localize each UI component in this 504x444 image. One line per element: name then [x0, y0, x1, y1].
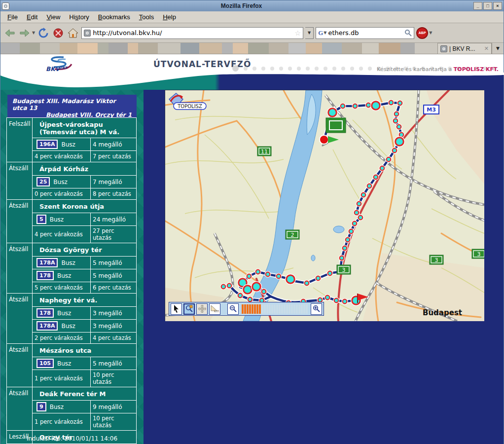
bus-line-badge: 5: [36, 215, 46, 224]
map-pan-tool[interactable]: [196, 303, 208, 315]
menu-bookmarks[interactable]: Bookmarks: [94, 12, 134, 22]
credit-brand: TOPOLISZ KFT.: [454, 66, 499, 73]
stop-button[interactable]: [52, 27, 65, 39]
bus-type: Busz: [61, 141, 75, 148]
leg-bus: 5Busz: [33, 213, 91, 225]
road-badge: 3: [472, 249, 484, 259]
leg-action: Átszáll: [7, 162, 33, 199]
site-favicon: [84, 30, 91, 37]
road-badge: 3: [430, 255, 443, 264]
reload-button[interactable]: [37, 27, 50, 39]
tab-label: | BKV R...: [449, 45, 482, 52]
adblock-dropdown[interactable]: ▼: [429, 31, 432, 35]
svg-text:2: 2: [291, 232, 294, 238]
leg-travel-time: 27 perc utazás: [91, 225, 137, 243]
navigation-toolbar: ▼ ☆ ▼ G ▼ ABP ▼: [0, 23, 504, 43]
map-zoom-out-button[interactable]: [227, 303, 239, 315]
leg-action: Átszáll: [7, 243, 33, 293]
bus-line-badge: 196A: [36, 140, 58, 149]
search-magnifier-icon[interactable]: [404, 29, 412, 37]
bus-line-badge: 25: [36, 177, 50, 186]
search-engine-icon[interactable]: G: [318, 29, 323, 37]
leg-bus: 25Busz: [33, 175, 91, 188]
bookmark-star-icon[interactable]: ☆: [295, 29, 301, 37]
menu-history[interactable]: History: [65, 12, 93, 22]
leg-stop-count: 9 megálló: [91, 400, 137, 413]
minimize-button[interactable]: _: [473, 2, 482, 10]
search-input[interactable]: [328, 29, 403, 37]
itinerary-leg: ÁtszállDózsa György tér178ABusz5 megálló…: [7, 243, 136, 293]
menu-view[interactable]: View: [42, 12, 64, 22]
bus-line-badge: 178A: [36, 258, 58, 267]
leg-bus: 178Busz: [33, 306, 91, 319]
svg-text:3: 3: [477, 251, 481, 258]
leg-travel-time: 8 perc utazás: [91, 188, 137, 199]
map-zoombox-tool[interactable]: [183, 303, 195, 315]
menu-bar: FileEditViewHistoryBookmarksToolsHelp: [0, 11, 504, 23]
search-engine-dropdown[interactable]: ▼: [324, 31, 326, 35]
bus-type: Busz: [57, 310, 71, 317]
bus-type: Busz: [50, 404, 64, 410]
bus-type: Busz: [50, 216, 64, 223]
leg-stop-count: 24 megálló: [91, 213, 137, 225]
map-canvas[interactable]: 112333 M3 Budapest TOPOLISZ: [165, 90, 484, 321]
search-bar[interactable]: G ▼: [316, 27, 414, 39]
leg-stop-count: 4 megálló: [91, 138, 137, 150]
map-measure-tool[interactable]: km: [209, 303, 220, 315]
leg-action: Átszáll: [7, 387, 33, 430]
leg-stop-count: 3 megálló: [91, 306, 137, 319]
svg-text:3: 3: [342, 267, 346, 273]
itinerary-leg: ÁtszállÁrpád Kórház25Busz7 megálló0 perc…: [7, 162, 136, 199]
forward-history-dropdown[interactable]: ▼: [32, 31, 35, 35]
leg-travel-time: 7 perc utazás: [91, 150, 137, 162]
pond: [311, 255, 315, 261]
city-label: Budapest: [423, 308, 462, 317]
home-button[interactable]: [67, 27, 79, 39]
menu-edit[interactable]: Edit: [23, 12, 41, 22]
bus-line-badge: 178: [36, 308, 54, 318]
url-bar[interactable]: ☆: [81, 27, 303, 39]
tab-bkv[interactable]: | BKV R... ✕: [437, 43, 492, 54]
leg-wait-time: 1 perc várakozás: [33, 370, 91, 387]
leg-wait-time: 4 perc várakozás: [33, 225, 91, 243]
leg-action: Átszáll: [7, 294, 33, 343]
route-map[interactable]: 112333 M3 Budapest TOPOLISZ: [165, 90, 484, 321]
svg-text:M3: M3: [427, 107, 436, 113]
leg-stop-count: 7 megálló: [91, 175, 137, 188]
leg-bus: 105Busz: [33, 357, 91, 370]
leg-bus: 178ABusz: [33, 256, 91, 269]
menu-tools[interactable]: Tools: [135, 12, 158, 22]
tab-list-dropdown[interactable]: ▼: [492, 43, 504, 54]
map-zoom-slider[interactable]: [242, 304, 308, 314]
tab-close-icon[interactable]: ✕: [484, 45, 489, 52]
bkv-logo: BKVZRT: [35, 55, 94, 75]
back-button[interactable]: [3, 27, 16, 39]
map-zoom-in-button[interactable]: [311, 303, 322, 315]
maximize-button[interactable]: □: [483, 2, 492, 10]
leg-stop-name: Deák Ferenc tér M: [33, 387, 137, 400]
map-toolbar: km: [169, 302, 324, 316]
close-button[interactable]: ×: [493, 2, 502, 10]
window-title: Mozilla Firefox: [9, 2, 473, 9]
svg-text:3: 3: [435, 257, 438, 263]
itinerary-sidebar: Budapest XIII. Madarász Viktor utca 13 B…: [0, 90, 144, 444]
leg-travel-time: 4 perc utazás: [91, 332, 137, 343]
leg-wait-time: 5 perc várakozás: [33, 282, 91, 293]
leg-travel-time: 6 perc utazás: [91, 282, 137, 293]
itinerary-leg: ÁtszállSzent Korona útja5Busz24 megálló4…: [7, 199, 136, 243]
menu-help[interactable]: Help: [159, 12, 180, 22]
url-dropdown[interactable]: ▼: [305, 27, 314, 39]
title-bar: Mozilla Firefox _ □ ×: [0, 0, 504, 11]
map-select-tool[interactable]: [171, 303, 182, 315]
url-input[interactable]: [93, 29, 292, 37]
lake: [333, 226, 344, 233]
leg-stop-count: 5 megálló: [91, 256, 137, 269]
adblock-icon[interactable]: ABP: [416, 27, 428, 39]
metro-line-badge: M3: [424, 105, 439, 114]
forward-button[interactable]: [18, 27, 31, 39]
menu-file[interactable]: File: [3, 12, 22, 22]
itinerary-leg: ÁtszállMészáros utca105Busz5 megálló1 pe…: [7, 343, 136, 387]
window-app-icon: [2, 2, 9, 10]
leg-wait-time: 1 perc várakozás: [33, 413, 91, 430]
leg-action: Átszáll: [7, 344, 33, 387]
